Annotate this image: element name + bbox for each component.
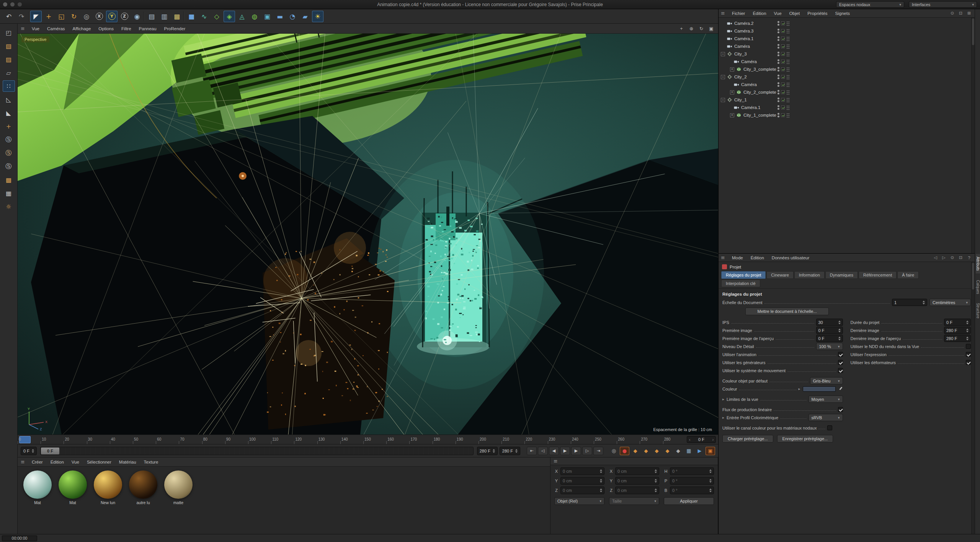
material-preview-sphere[interactable] [59,470,87,499]
position-field[interactable]: 0 cm [560,477,604,485]
layer-dots[interactable] [786,113,790,118]
end-frame-field[interactable]: 280 F [477,447,498,455]
keyframe-selection-icon[interactable]: ▦ [684,447,694,455]
window-close-button[interactable] [3,2,7,7]
sep-3[interactable] [184,11,185,21]
object-name[interactable]: Caméra [734,44,777,49]
model-mode-tool[interactable]: ▧ [3,40,15,52]
material-name[interactable]: Mat [34,500,41,505]
layer-dots[interactable] [786,52,790,57]
add-light-menu[interactable]: ☀ [312,11,323,22]
nodal-spaces-select[interactable]: Espaces nodaux ▾ [836,1,904,8]
points-mode-tool[interactable]: ∷ [3,80,15,92]
add-generator-menu[interactable]: ◇ [211,11,222,22]
object-name[interactable]: City_2 [734,75,777,79]
last-tool-used[interactable]: ◎ [81,11,92,22]
current-frame-field[interactable]: ‹ 0 F › [687,436,716,443]
materials-menu-item[interactable]: Sélectionner [83,459,115,466]
enable-toggle[interactable] [781,60,785,63]
materials-menu-item[interactable]: Vue [68,459,83,466]
window-zoom-button[interactable] [18,2,22,7]
pan-view-icon[interactable]: + [678,25,685,32]
expand-arrow-icon[interactable]: ▸ [722,397,727,401]
object-tree-row[interactable]: Caméra [719,42,790,50]
panel-menu-icon[interactable]: ≡ [721,10,725,16]
materials-menu-item[interactable]: Texture [140,459,162,466]
attribute-tab[interactable]: Cineware [766,271,793,279]
project-end-field[interactable]: 280 F [500,447,520,455]
visibility-dots[interactable] [777,36,779,41]
visibility-dots[interactable] [777,82,779,87]
linear-workflow-checkbox[interactable] [838,407,843,412]
material-name[interactable]: New lun [101,500,115,505]
value-field[interactable]: 0 F [944,319,971,326]
layer-dots[interactable] [786,21,790,26]
size-mode-select[interactable]: Taille▾ [609,497,659,505]
texture-mode-tool[interactable]: ▨ [3,54,15,65]
expand-arrow-icon[interactable]: ▸ [722,415,727,420]
stepper-icon[interactable] [655,478,657,484]
visibility-dots[interactable] [777,21,779,26]
object-name[interactable]: Caméra.3 [734,29,777,33]
start-frame-field[interactable]: 0 F [21,447,37,455]
material-preview-sphere[interactable] [129,470,157,499]
visibility-dots[interactable] [777,90,779,94]
visibility-dots[interactable] [777,52,779,56]
add-camera-menu[interactable]: ▰ [299,11,311,22]
coordinate-system-toggle[interactable]: ◉ [131,11,143,22]
nodal-color-checkbox[interactable] [827,425,832,430]
detail-level-select[interactable]: 100 %▾ [816,343,843,350]
search-icon[interactable]: ⊙ [949,10,956,16]
attribute-tab[interactable]: Dynamiques [825,271,858,279]
object-tree-row[interactable]: City_3 [719,50,790,58]
gear-tool[interactable]: ☼ [3,201,15,212]
object-manager-menu-item[interactable]: Signets [832,10,853,17]
material-preview-sphere[interactable] [164,470,193,499]
y-axis-lock[interactable]: Y [106,11,118,22]
viewport-menu-item[interactable]: Filtre [118,25,135,32]
object-manager-menu-item[interactable]: Propriétés [804,10,831,17]
render-view-button[interactable]: ▤ [146,11,157,22]
object-name[interactable]: Caméra [741,59,777,64]
viewport-menu-item[interactable]: Affichage [69,25,95,32]
expand-toggle-icon[interactable] [730,67,734,72]
add-deformer-menu[interactable]: ◬ [236,11,248,22]
goto-end-button[interactable]: ⇥ [593,447,603,455]
layout-icon[interactable]: ⊞ [966,10,972,16]
stepper-icon[interactable] [493,448,495,454]
lock-icon[interactable]: ⊡ [957,10,964,16]
search-icon[interactable]: ⊙ [949,255,956,261]
visibility-dots[interactable] [777,29,779,33]
axis-mode-tool[interactable]: + [3,120,15,132]
polygons-mode-tool[interactable]: ◣ [3,107,15,119]
object-tree-row[interactable]: Caméra.3 [719,27,790,35]
ndd-checkbox[interactable] [966,344,971,349]
zoom-view-icon[interactable]: ⊕ [688,25,695,32]
scale-tool[interactable]: ◱ [56,11,67,22]
expand-toggle-icon[interactable] [721,98,725,102]
rotation-field[interactable]: 0 ° [670,487,714,494]
add-modeling-menu[interactable]: ◈ [224,11,235,22]
color-swatch[interactable] [803,386,836,392]
layer-dots[interactable] [786,67,790,72]
rotation-field[interactable]: 0 ° [670,467,714,475]
object-name[interactable]: Caméra.1 [734,36,777,41]
rotate-view-icon[interactable]: ↻ [697,25,705,32]
enable-toggle[interactable] [781,67,785,71]
rotate-tool[interactable]: ↻ [68,11,80,22]
add-cube-menu[interactable]: ■ [186,11,197,22]
camera-view-label[interactable]: Perspective [21,36,49,42]
interfaces-select[interactable]: Interfaces ▾ [909,1,977,8]
goto-start-button[interactable]: ⇤ [527,447,537,455]
value-field[interactable]: 280 F [944,335,971,342]
value-field[interactable]: 30 [816,319,843,326]
expand-toggle-icon[interactable] [721,52,725,56]
object-name[interactable]: City_1 [734,98,777,102]
color-profile-select[interactable]: sRVB▾ [808,414,843,421]
panel-menu-icon[interactable]: ≡ [21,459,25,465]
material-name[interactable]: autre lu [136,500,150,505]
materials-menu-item[interactable]: Édition [47,459,67,466]
expand-toggle-icon[interactable] [721,75,725,79]
record-rotation-icon[interactable]: ◆ [652,447,662,455]
checkbox[interactable] [838,352,843,357]
